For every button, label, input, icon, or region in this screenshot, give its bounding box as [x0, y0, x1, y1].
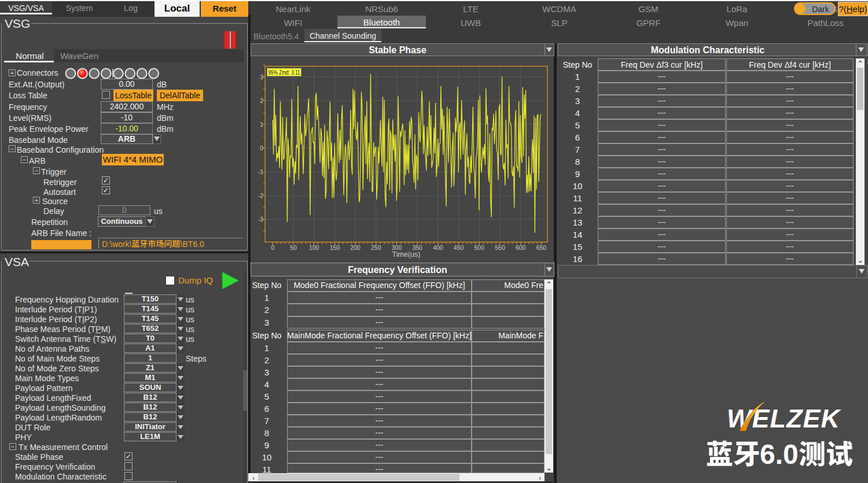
svg-text:0: 0	[260, 145, 263, 152]
svg-text:400: 400	[433, 244, 443, 251]
svg-text:-1: -1	[258, 168, 263, 175]
svg-text:\BT6.0: \BT6.0	[181, 239, 204, 249]
svg-text:1: 1	[260, 121, 263, 128]
svg-text:550: 550	[495, 244, 505, 251]
svg-text:-3: -3	[258, 216, 263, 223]
svg-text:650: 650	[536, 244, 547, 251]
svg-text:200: 200	[350, 244, 361, 251]
svg-text:6.0: 6.0	[760, 440, 799, 470]
svg-text:-2: -2	[258, 192, 263, 199]
svg-text:150: 150	[330, 244, 340, 251]
svg-text:2: 2	[260, 97, 263, 104]
svg-text:Time(us): Time(us)	[392, 250, 421, 259]
svg-text:50: 50	[290, 244, 297, 251]
svg-text:100: 100	[309, 244, 319, 251]
svg-text:0: 0	[271, 244, 274, 251]
svg-text:D:\work\: D:\work\	[102, 239, 131, 249]
svg-text:3: 3	[260, 73, 263, 80]
svg-text:600: 600	[516, 244, 526, 251]
svg-text:95% Zmd: 3.11: 95% Zmd: 3.11	[269, 69, 300, 76]
svg-text:450: 450	[454, 244, 464, 251]
svg-text:250: 250	[371, 244, 381, 251]
svg-text:500: 500	[475, 244, 485, 251]
